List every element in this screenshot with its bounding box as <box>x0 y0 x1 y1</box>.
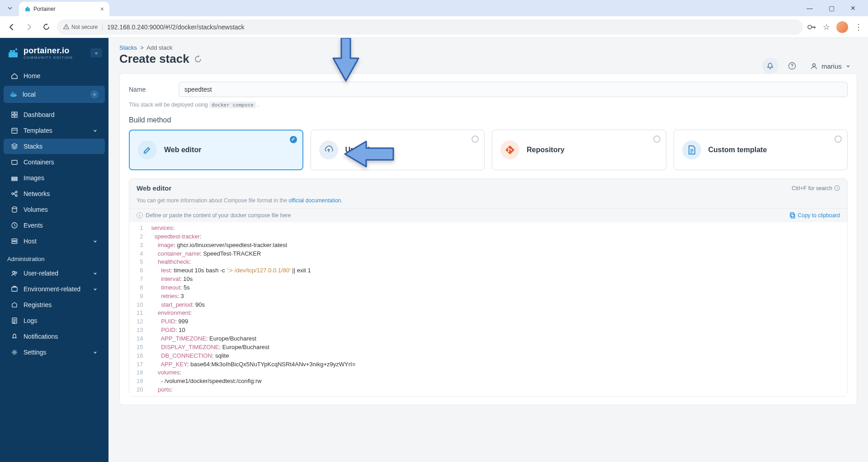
chevron-down-icon <box>93 350 98 355</box>
sidebar-item-registries[interactable]: Registries <box>4 297 105 313</box>
notifications-button[interactable] <box>762 58 778 74</box>
method-repository[interactable]: Repository <box>492 130 666 170</box>
svg-point-4 <box>808 25 811 29</box>
logs-icon <box>11 317 18 324</box>
sidebar-item-containers[interactable]: Containers <box>4 154 105 170</box>
browser-tab-strip: Portainer × — ▢ ✕ <box>0 0 868 16</box>
sidebar-item-events[interactable]: Events <box>4 218 105 233</box>
user-menu[interactable]: marius <box>806 60 855 73</box>
admin-section-title: Administration <box>0 249 108 265</box>
git-icon <box>500 140 519 159</box>
sidebar-item-home[interactable]: Home <box>4 68 105 84</box>
svg-rect-19 <box>12 160 17 164</box>
close-tab-icon[interactable]: × <box>100 5 104 13</box>
bookmark-star-icon[interactable]: ☆ <box>823 22 830 32</box>
browser-tab[interactable]: Portainer × <box>19 2 109 16</box>
method-upload[interactable]: Upload <box>311 130 485 170</box>
url-text: 192.168.0.240:9000/#!/2/docker/stacks/ne… <box>107 23 245 31</box>
svg-point-36 <box>792 67 793 68</box>
back-button[interactable] <box>5 21 18 33</box>
browser-menu-icon[interactable]: ⋮ <box>854 22 863 32</box>
svg-rect-44 <box>790 213 794 217</box>
dashboard-icon <box>11 111 18 118</box>
volumes-icon <box>11 206 18 213</box>
docs-link[interactable]: official documentation <box>288 197 341 204</box>
sidebar-item-logs[interactable]: Logs <box>4 313 105 328</box>
svg-rect-17 <box>15 115 17 117</box>
svg-point-25 <box>15 195 17 196</box>
breadcrumb: Stacks > Add stack <box>119 44 172 51</box>
tab-title: Portainer <box>33 6 56 12</box>
radio-icon <box>472 135 479 143</box>
info-icon: i <box>137 212 143 219</box>
portainer-logo-icon <box>6 46 20 60</box>
url-bar[interactable]: Not secure 192.168.0.240:9000/#!/2/docke… <box>57 19 803 35</box>
close-window-button[interactable]: ✕ <box>846 5 860 12</box>
sidebar-item-networks[interactable]: Networks <box>4 186 105 201</box>
svg-rect-15 <box>15 112 17 114</box>
events-icon <box>11 222 18 229</box>
user-related-icon <box>11 270 18 277</box>
method-custom-template[interactable]: Custom template <box>674 130 848 170</box>
minimize-button[interactable]: — <box>803 5 816 12</box>
profile-avatar[interactable] <box>836 21 848 33</box>
code-editor[interactable]: 1 2 3 4 5 6 7 8 9 10 11 12 13 14 15 16 1… <box>129 222 847 396</box>
page-title: Create stack <box>119 52 189 66</box>
browser-toolbar: Not secure 192.168.0.240:9000/#!/2/docke… <box>0 16 868 38</box>
svg-point-34 <box>14 351 15 353</box>
sidebar-item-notifications[interactable]: Notifications <box>4 329 105 344</box>
svg-rect-28 <box>12 239 17 241</box>
stack-name-input[interactable] <box>179 82 848 97</box>
sidebar-item-images[interactable]: Images <box>4 170 105 186</box>
maximize-button[interactable]: ▢ <box>825 5 838 12</box>
web-editor-panel: Web editor Ctrl+F for search ? You can g… <box>129 178 848 397</box>
collapse-sidebar-button[interactable]: « <box>90 48 102 57</box>
password-key-icon[interactable] <box>807 24 816 30</box>
reload-icon[interactable] <box>194 55 202 63</box>
svg-rect-22 <box>12 180 17 181</box>
svg-point-30 <box>13 271 15 274</box>
sidebar-item-dashboard[interactable]: Dashboard <box>4 107 105 122</box>
svg-point-23 <box>12 193 14 195</box>
templates-icon <box>11 127 18 134</box>
sidebar: portainer.io COMMUNITY EDITION « Home lo… <box>0 38 108 462</box>
method-web-editor[interactable]: Web editor <box>129 130 303 170</box>
sidebar-item-settings[interactable]: Settings <box>4 345 105 360</box>
host-icon <box>11 238 18 245</box>
security-indicator[interactable]: Not secure <box>63 24 98 30</box>
svg-rect-29 <box>12 242 17 243</box>
docker-icon <box>10 91 17 98</box>
build-method-title: Build method <box>129 116 848 124</box>
main-content: Stacks > Add stack marius Create stack N… <box>108 38 868 462</box>
reload-button[interactable] <box>40 21 52 33</box>
edit-icon <box>138 140 157 159</box>
containers-icon <box>11 159 18 166</box>
sidebar-item-stacks[interactable]: Stacks <box>4 139 105 154</box>
svg-rect-10 <box>11 93 12 95</box>
sidebar-item-host[interactable]: Host <box>4 233 105 249</box>
sidebar-item-volumes[interactable]: Volumes <box>4 202 105 217</box>
svg-point-31 <box>15 272 17 274</box>
svg-rect-43 <box>791 214 795 218</box>
upload-icon <box>319 140 338 159</box>
help-button[interactable] <box>784 58 800 74</box>
breadcrumb-stacks[interactable]: Stacks <box>119 44 137 51</box>
chevron-down-icon <box>93 287 98 292</box>
annotation-arrow-down <box>330 38 362 84</box>
name-label: Name <box>129 86 170 93</box>
svg-text:?: ? <box>836 187 838 191</box>
copy-to-clipboard-button[interactable]: Copy to clipboard <box>789 212 840 219</box>
favicon-icon <box>24 6 31 12</box>
close-env-icon[interactable]: × <box>90 90 99 98</box>
sidebar-item-env-local[interactable]: local × <box>4 86 105 103</box>
brand-name: portainer.io <box>24 46 73 56</box>
forward-button[interactable] <box>23 21 35 33</box>
svg-point-24 <box>15 191 17 193</box>
template-icon <box>682 140 701 159</box>
sidebar-item-user-related[interactable]: User-related <box>4 266 105 281</box>
tab-search-button[interactable] <box>4 2 16 14</box>
svg-rect-21 <box>12 178 17 179</box>
sidebar-item-templates[interactable]: Templates <box>4 123 105 138</box>
sidebar-header: portainer.io COMMUNITY EDITION « <box>0 44 108 68</box>
sidebar-item-environment-related[interactable]: Environment-related <box>4 281 105 297</box>
